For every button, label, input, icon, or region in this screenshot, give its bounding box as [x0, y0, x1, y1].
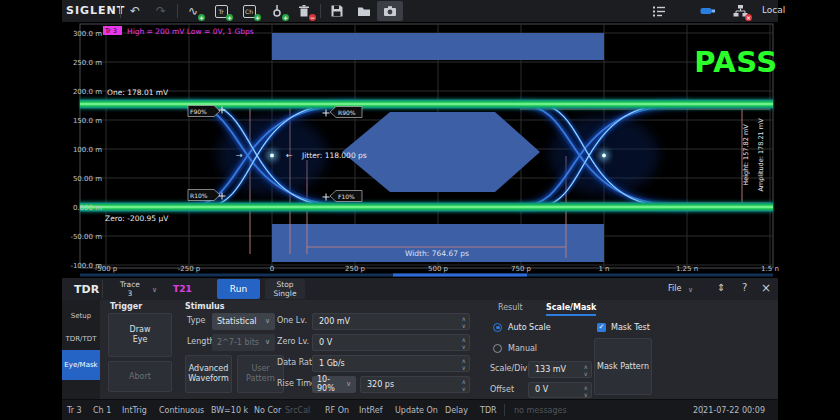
status-trace: Tr 3: [67, 406, 82, 415]
expand-collapse-icon[interactable]: ⇕: [717, 282, 725, 293]
svg-text:0: 0: [270, 265, 274, 273]
abort-button[interactable]: Abort: [108, 361, 172, 392]
trace-selector[interactable]: Trace 3: [110, 280, 150, 298]
panel-sidebar: Setup TDR/TDT Eye/Mask: [62, 300, 100, 399]
status-correction: No Cor: [254, 406, 281, 415]
rise-time-label: Rise Time: [277, 379, 316, 388]
mask-test-checkbox[interactable]: ✓: [597, 323, 606, 332]
scale-div-label: Scale/Div: [490, 364, 527, 373]
app-mode-label: TDR: [74, 283, 99, 296]
rise-time-input[interactable]: 320 ps ∧∨: [360, 376, 470, 393]
scale-div-input[interactable]: 133 mV ∧∨: [528, 361, 592, 378]
open-file-icon[interactable]: [354, 2, 374, 20]
status-bar: Tr 3 Ch 1 IntTrig Continuous BW=10 k No …: [62, 399, 778, 420]
spinner-icons[interactable]: ∧∨: [584, 384, 588, 398]
eye-diagram-plot[interactable]: 300.0 m250.0 m 200.0 m150.0 m 100.0 m50.…: [0, 22, 840, 278]
divider: [320, 4, 321, 18]
rise-time-ref-select[interactable]: 10-90% ∨: [312, 376, 356, 393]
redo-icon[interactable]: ↷: [151, 2, 171, 20]
advanced-waveform-button[interactable]: Advanced Waveform: [185, 355, 232, 393]
chevron-down-icon: ∨: [265, 338, 270, 346]
jitter-arrow-right-icon: →: [236, 151, 243, 160]
tab-result[interactable]: Result: [498, 303, 523, 312]
status-srccal: SrcCal: [285, 406, 310, 415]
status-delay: Delay: [445, 406, 468, 415]
trigger-section-title: Trigger: [110, 302, 142, 311]
file-menu[interactable]: File: [668, 284, 681, 293]
tab-tdr-tdt[interactable]: TDR/TDT: [62, 327, 100, 350]
chevron-down-icon: ∨: [265, 317, 270, 325]
status-reference: IntRef: [359, 406, 383, 415]
save-icon[interactable]: [327, 2, 347, 20]
divider: [102, 280, 103, 298]
probe-icon[interactable]: +: [267, 2, 287, 20]
spinner-icons[interactable]: ∧∨: [462, 378, 466, 392]
status-datetime: 2021-07-22 00:09: [693, 406, 765, 415]
svg-text:250 p: 250 p: [345, 265, 366, 273]
zero-rail: [80, 203, 773, 212]
chevron-down-icon: ∨: [152, 286, 157, 294]
draw-eye-button[interactable]: Draw Eye: [108, 313, 172, 357]
chevron-down-icon: ∨: [688, 286, 693, 294]
one-level-input[interactable]: 200 mV ∧∨: [312, 313, 470, 330]
tab-setup[interactable]: Setup: [62, 304, 100, 327]
auto-scale-radio[interactable]: [493, 323, 502, 332]
offset-input[interactable]: 0 V ∧∨: [528, 382, 592, 398]
plus-badge-icon: +: [254, 14, 261, 21]
svg-text:-250 p: -250 p: [178, 265, 201, 273]
marker-f10-label: F10%: [338, 193, 355, 200]
svg-text:-50.00 m: -50.00 m: [70, 233, 102, 241]
svg-text:1.25 n: 1.25 n: [676, 265, 698, 273]
help-icon[interactable]: ?: [742, 282, 747, 293]
mask-pattern-button[interactable]: Mask Pattern: [594, 338, 652, 395]
data-rate-input[interactable]: 1 Gb/s ∧∨: [312, 355, 470, 372]
svg-text:200.0 m: 200.0 m: [73, 88, 102, 96]
screenshot-button[interactable]: [377, 1, 403, 21]
stop-single-button[interactable]: Stop Single: [265, 279, 305, 299]
add-trace-icon[interactable]: Tr +: [211, 2, 231, 20]
mask-test-verdict: PASS: [694, 45, 778, 79]
tab-eye-mask[interactable]: Eye/Mask: [62, 350, 100, 380]
spinner-icons[interactable]: ∧∨: [462, 315, 466, 329]
status-message: no messages: [514, 406, 567, 415]
add-waveform-icon[interactable]: ∿ +: [183, 2, 203, 20]
spinner-icons[interactable]: ∧∨: [462, 357, 466, 371]
usb-icon[interactable]: [698, 2, 718, 20]
one-level-label: One Lv.: [277, 316, 307, 325]
offset-label: Offset: [490, 385, 514, 394]
type-select[interactable]: Statistical ∨: [212, 313, 275, 330]
trace-code-label: T21: [173, 284, 192, 294]
svg-text:750 p: 750 p: [511, 265, 532, 273]
svg-text:250.0 m: 250.0 m: [73, 59, 102, 67]
manual-radio[interactable]: [493, 344, 502, 353]
spinner-icons[interactable]: ∧∨: [584, 363, 588, 377]
zero-level-input[interactable]: 0 V ∧∨: [312, 334, 470, 351]
svg-text:0.000 m: 0.000 m: [73, 204, 102, 212]
delete-trace-icon[interactable]: −: [294, 2, 314, 20]
spinner-icons[interactable]: ∧∨: [462, 336, 466, 350]
run-button[interactable]: Run: [217, 279, 260, 299]
add-channel-icon[interactable]: Ch +: [239, 2, 259, 20]
close-icon[interactable]: ×: [761, 281, 771, 295]
one-level-annotation: One: 178.01 mV: [107, 88, 169, 97]
svg-text:500 p: 500 p: [428, 265, 449, 273]
status-trigger: IntTrig: [122, 406, 147, 415]
control-row: TDR Trace 3 ∨ T21 Run Stop Single File ∨…: [62, 278, 778, 300]
plus-badge-icon: +: [282, 14, 289, 21]
status-sweep: Continuous: [159, 406, 204, 415]
tab-scale-mask[interactable]: Scale/Mask: [546, 303, 596, 316]
undo-icon[interactable]: ↶: [125, 2, 145, 20]
lan-status-icon[interactable]: ×: [730, 2, 750, 20]
top-toolbar: SIGLENT ↶ ↷ ∿ + Tr + Ch + + −: [62, 0, 778, 22]
h-position-thumb[interactable]: [393, 274, 527, 277]
length-label: Length: [187, 337, 215, 346]
height-annotation: Height: 157.82 mV: [742, 124, 750, 186]
marker-f90-label: F90%: [190, 108, 207, 115]
svg-text:50.00 m: 50.00 m: [73, 175, 102, 183]
status-update: Update On: [395, 406, 438, 415]
brand-logo: SIGLENT: [66, 4, 125, 17]
task-list-icon[interactable]: [649, 2, 669, 20]
length-select[interactable]: 2^7-1 bits ∨: [212, 334, 275, 351]
local-mode-label[interactable]: Local: [762, 5, 785, 15]
status-channel: Ch 1: [93, 406, 111, 415]
